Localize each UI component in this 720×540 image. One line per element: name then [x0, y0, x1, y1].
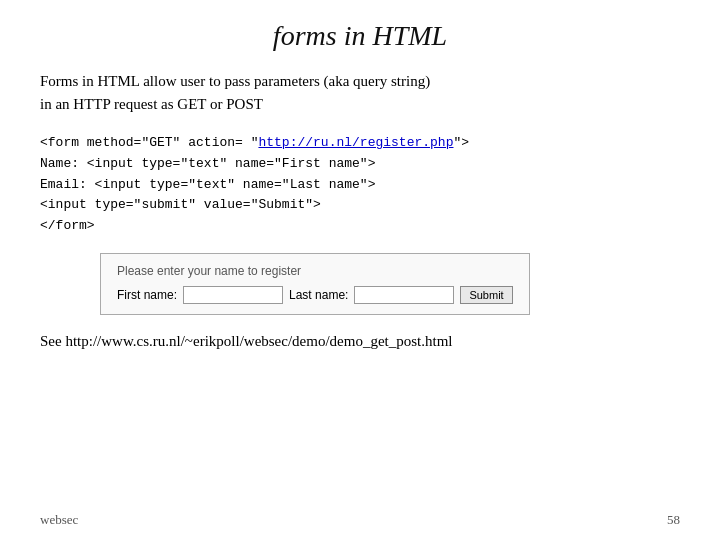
slide-title: forms in HTML	[40, 20, 680, 52]
code-line-1: <form method="GET" action= "http://ru.nl…	[40, 133, 680, 154]
see-link-line: See http://www.cs.ru.nl/~erikpoll/websec…	[40, 333, 680, 350]
code-line-5: </form>	[40, 216, 680, 237]
intro-text: Forms in HTML allow user to pass paramet…	[40, 70, 680, 115]
submit-button[interactable]: Submit	[460, 286, 512, 304]
form-preview: Please enter your name to register First…	[100, 253, 530, 315]
footer-page: 58	[667, 512, 680, 528]
first-name-input[interactable]	[183, 286, 283, 304]
last-name-label: Last name:	[289, 288, 348, 302]
form-row: First name: Last name: Submit	[117, 286, 513, 304]
footer: websec 58	[40, 512, 680, 528]
code-line-3: Email: <input type="text" name="Last nam…	[40, 175, 680, 196]
footer-label: websec	[40, 512, 78, 528]
slide: forms in HTML Forms in HTML allow user t…	[0, 0, 720, 540]
see-prefix: See	[40, 333, 65, 349]
code-link: http://ru.nl/register.php	[258, 135, 453, 150]
first-name-label: First name:	[117, 288, 177, 302]
code-block: <form method="GET" action= "http://ru.nl…	[40, 133, 680, 237]
intro-line2: in an HTTP request as GET or POST	[40, 96, 263, 112]
see-url: http://www.cs.ru.nl/~erikpoll/websec/dem…	[65, 333, 452, 349]
code-line-2: Name: <input type="text" name="First nam…	[40, 154, 680, 175]
code-line-4: <input type="submit" value="Submit">	[40, 195, 680, 216]
form-hint: Please enter your name to register	[117, 264, 513, 278]
last-name-input[interactable]	[354, 286, 454, 304]
intro-line1: Forms in HTML allow user to pass paramet…	[40, 73, 430, 89]
